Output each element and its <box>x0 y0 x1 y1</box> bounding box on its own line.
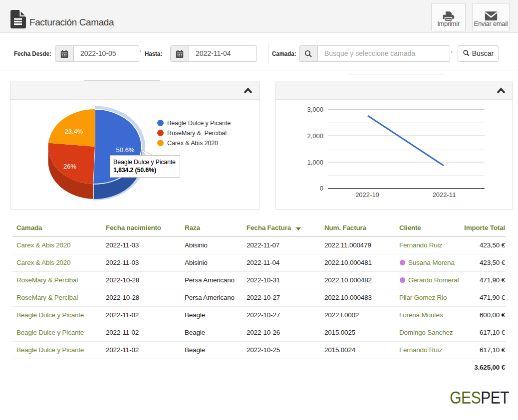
svg-text:26%: 26% <box>63 163 76 170</box>
svg-text:1,000: 1,000 <box>307 159 323 166</box>
svg-text:2022-10: 2022-10 <box>355 191 379 199</box>
svg-text:2022-11: 2022-11 <box>433 191 456 199</box>
svg-text:2,000: 2,000 <box>307 132 323 140</box>
svg-text:23.4%: 23.4% <box>65 128 83 135</box>
svg-text:3,000: 3,000 <box>307 106 323 113</box>
svg-text:50.6%: 50.6% <box>116 146 135 154</box>
svg-text:0: 0 <box>320 185 323 192</box>
